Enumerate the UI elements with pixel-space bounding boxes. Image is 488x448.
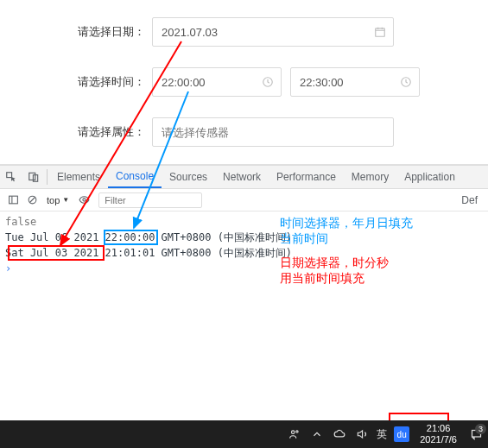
annotation-red-2: 用当前时间填充 [280,271,364,287]
time-from-input[interactable] [162,76,255,89]
tab-performance[interactable]: Performance [269,166,344,188]
highlight-time-blue [104,230,158,245]
time-to-input[interactable] [300,76,393,89]
live-expression-icon[interactable] [74,194,93,205]
svg-point-9 [292,431,295,434]
tab-network[interactable]: Network [215,166,269,188]
default-levels[interactable]: Def [461,194,485,206]
attr-select[interactable] [152,117,394,147]
attr-input[interactable] [162,126,367,139]
sidebar-toggle-icon[interactable] [3,194,22,205]
time-to-picker[interactable] [290,67,420,97]
svg-point-8 [83,199,86,201]
clock-icon [262,76,274,88]
calendar-icon [374,26,386,38]
inspect-icon[interactable] [0,166,22,188]
annotation-blue-2: 当前时间 [280,231,328,247]
people-icon[interactable] [283,420,306,448]
svg-rect-6 [9,196,17,204]
date-input[interactable] [162,26,367,39]
clock-icon [400,76,412,88]
device-toggle-icon[interactable] [22,166,45,188]
svg-rect-0 [376,28,385,36]
label-attr: 请选择属性： [67,124,145,140]
tab-sources[interactable]: Sources [162,166,215,188]
chevron-down-icon: ▼ [62,196,69,204]
console-toolbar: top▼ Def [0,189,488,211]
row-time: 请选择时间： [0,67,488,97]
row-attr: 请选择属性： [0,117,488,147]
tab-elements[interactable]: Elements [49,166,108,188]
svg-point-10 [296,431,298,432]
context-selector[interactable]: top▼ [41,195,74,205]
tab-memory[interactable]: Memory [344,166,396,188]
taskbar-clock[interactable]: 21:06 2021/7/6 [413,423,464,445]
date-picker[interactable] [152,17,394,47]
annotation-red-1: 日期选择器，时分秒 [280,256,389,271]
filter-input[interactable] [98,192,202,208]
clock-time: 21:06 [420,423,457,434]
console-line: Tue Jul 06 2021 22:00:00 GMT+0800 (中国标准时… [5,230,483,245]
separator [47,169,48,185]
notification-icon[interactable]: 3 [464,420,488,448]
svg-rect-4 [29,173,35,180]
clear-console-icon[interactable] [22,194,41,205]
ime-indicator[interactable]: 英 [373,427,390,442]
tab-console[interactable]: Console [108,166,162,188]
volume-icon[interactable] [351,420,373,448]
taskbar: 英 du 21:06 2021/7/6 3 [0,420,488,448]
clock-date: 2021/7/6 [420,434,457,445]
annotation-blue-1: 时间选择器，年月日填充 [280,216,413,231]
cloud-icon[interactable] [328,420,351,448]
notif-badge: 3 [475,424,486,434]
devtools-toolbar: Elements Console Sources Network Perform… [0,165,488,189]
du-icon[interactable]: du [394,426,409,442]
label-time: 请选择时间： [67,74,145,90]
tab-application[interactable]: Application [396,166,463,188]
label-date: 请选择日期： [67,24,145,40]
highlight-date-red [8,245,105,261]
chevron-up-icon[interactable] [306,420,328,448]
form-panel: 请选择日期： 请选择时间： 请选择属性： [0,0,488,165]
time-from-picker[interactable] [152,67,282,97]
console-prompt[interactable]: › [5,261,483,276]
row-date: 请选择日期： [0,17,488,47]
svg-rect-3 [7,173,12,178]
context-label: top [47,195,60,205]
